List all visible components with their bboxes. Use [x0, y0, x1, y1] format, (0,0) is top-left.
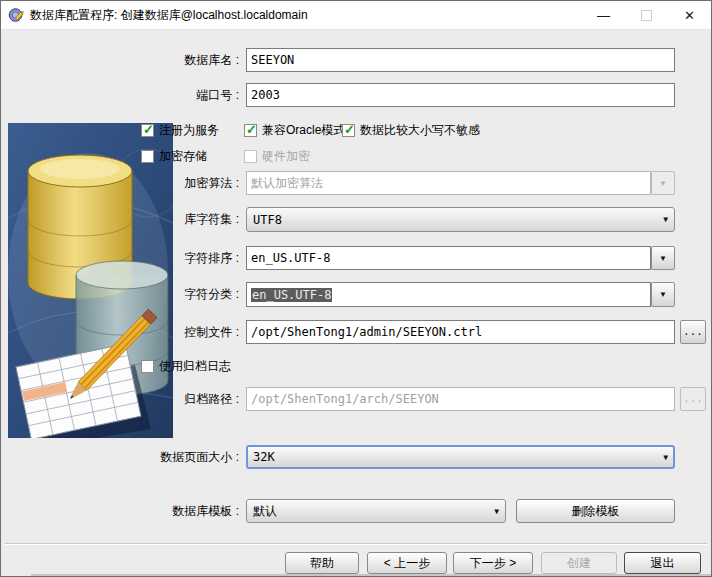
checkbox-label: 兼容Oracle模式 — [262, 122, 345, 139]
db-charset-value: UTF8 — [253, 213, 282, 227]
encrypt-algo-dropdown-button: ▼ — [651, 171, 675, 195]
delete-template-button[interactable]: 删除模板 — [516, 499, 675, 523]
encrypt-algo-combobox: 默认加密算法 — [246, 171, 651, 195]
char-ctype-value: en_US.UTF-8 — [251, 288, 332, 302]
char-collate-dropdown-button[interactable]: ▼ — [651, 246, 675, 270]
page-size-label: 数据页面大小 : — [31, 445, 239, 469]
window-controls: — ✕ — [582, 1, 711, 29]
template-label: 数据库模板 : — [31, 499, 239, 523]
prev-step-button[interactable]: < 上一步 — [367, 552, 447, 574]
checkbox-case-insensitive[interactable]: ✓ 数据比较大小写不敏感 — [342, 122, 480, 138]
window-title: 数据库配置程序: 创建数据库@localhost.localdomain — [30, 7, 308, 24]
checkbox-label: 数据比较大小写不敏感 — [360, 122, 480, 139]
checkbox-label: 使用归档日志 — [159, 358, 231, 375]
db-charset-label: 库字符集 : — [31, 207, 239, 231]
control-file-value: /opt/ShenTong1/admin/SEEYON.ctrl — [251, 325, 482, 339]
checkbox-box: ✓ — [244, 150, 257, 163]
checkbox-box: ✓ — [342, 124, 355, 137]
port-value: 2003 — [251, 88, 280, 102]
check-icon: ✓ — [246, 122, 257, 137]
checkbox-box: ✓ — [141, 150, 154, 163]
char-collate-combobox[interactable]: en_US.UTF-8 — [246, 246, 651, 270]
char-ctype-dropdown-button[interactable]: ▼ — [651, 282, 675, 307]
check-icon: ✓ — [344, 122, 355, 137]
checkbox-label: 加密存储 — [159, 148, 207, 165]
checkbox-use-archive-log[interactable]: ✓ 使用归档日志 — [141, 358, 231, 374]
checkbox-encrypt-storage[interactable]: ✓ 加密存储 — [141, 148, 207, 164]
maximize-button — [625, 1, 668, 29]
archive-path-input: /opt/ShenTong1/arch/SEEYON — [246, 387, 675, 411]
encrypt-algo-label: 加密算法 : — [31, 171, 239, 195]
page-size-value: 32K — [253, 450, 275, 464]
titlebar: 数据库配置程序: 创建数据库@localhost.localdomain — ✕ — [1, 1, 711, 30]
db-name-input[interactable]: SEEYON — [246, 48, 675, 72]
close-icon: ✕ — [684, 8, 695, 23]
checkbox-box: ✓ — [141, 124, 154, 137]
help-button[interactable]: 帮助 — [285, 552, 359, 574]
minimize-button[interactable]: — — [582, 1, 625, 29]
char-ctype-combobox[interactable]: en_US.UTF-8 — [246, 282, 651, 307]
minimize-icon: — — [597, 8, 610, 23]
chevron-down-icon: ▼ — [659, 290, 667, 299]
char-collate-value: en_US.UTF-8 — [251, 251, 330, 265]
app-icon — [8, 7, 24, 23]
control-file-input[interactable]: /opt/ShenTong1/admin/SEEYON.ctrl — [246, 320, 675, 344]
next-step-button[interactable]: 下一步 > — [453, 552, 533, 574]
db-charset-combobox[interactable]: UTF8 ▼ — [246, 207, 675, 232]
chevron-down-icon: ▼ — [663, 453, 668, 462]
char-ctype-label: 字符分类 : — [31, 282, 239, 306]
control-file-browse-button[interactable]: ... — [680, 320, 706, 344]
chevron-down-icon: ▼ — [659, 179, 667, 188]
page-size-combobox[interactable]: 32K ▼ — [246, 445, 675, 469]
close-button[interactable]: ✕ — [668, 1, 711, 29]
exit-button[interactable]: 退出 — [624, 552, 701, 574]
checkbox-register-service[interactable]: ✓ 注册为服务 — [141, 122, 219, 138]
archive-path-browse-button: ... — [680, 387, 706, 411]
template-combobox[interactable]: 默认 ▼ — [246, 499, 506, 523]
char-collate-label: 字符排序 : — [31, 246, 239, 270]
chevron-down-icon: ▼ — [494, 507, 499, 516]
taskbar-fragment — [31, 574, 711, 576]
checkbox-hardware-encrypt: ✓ 硬件加密 — [244, 148, 310, 164]
maximize-icon — [641, 10, 652, 21]
dialog-window: 数据库配置程序: 创建数据库@localhost.localdomain — ✕ — [0, 0, 712, 577]
port-label: 端口号 : — [31, 83, 239, 107]
encrypt-algo-value: 默认加密算法 — [251, 175, 323, 192]
port-input[interactable]: 2003 — [246, 83, 675, 107]
chevron-down-icon: ▼ — [659, 254, 667, 263]
separator-line — [5, 543, 707, 545]
archive-path-value: /opt/ShenTong1/arch/SEEYON — [251, 392, 439, 406]
template-value: 默认 — [253, 503, 277, 520]
checkbox-label: 注册为服务 — [159, 122, 219, 139]
checkbox-box: ✓ — [141, 360, 154, 373]
checkbox-oracle-mode[interactable]: ✓ 兼容Oracle模式 — [244, 122, 345, 138]
create-button: 创建 — [541, 552, 617, 574]
control-file-label: 控制文件 : — [31, 320, 239, 344]
chevron-down-icon: ▼ — [663, 215, 668, 224]
checkbox-label: 硬件加密 — [262, 148, 310, 165]
db-name-value: SEEYON — [251, 53, 294, 67]
db-name-label: 数据库名 : — [31, 48, 239, 72]
check-icon: ✓ — [143, 122, 154, 137]
archive-path-label: 归档路径 : — [31, 387, 239, 411]
checkbox-box: ✓ — [244, 124, 257, 137]
